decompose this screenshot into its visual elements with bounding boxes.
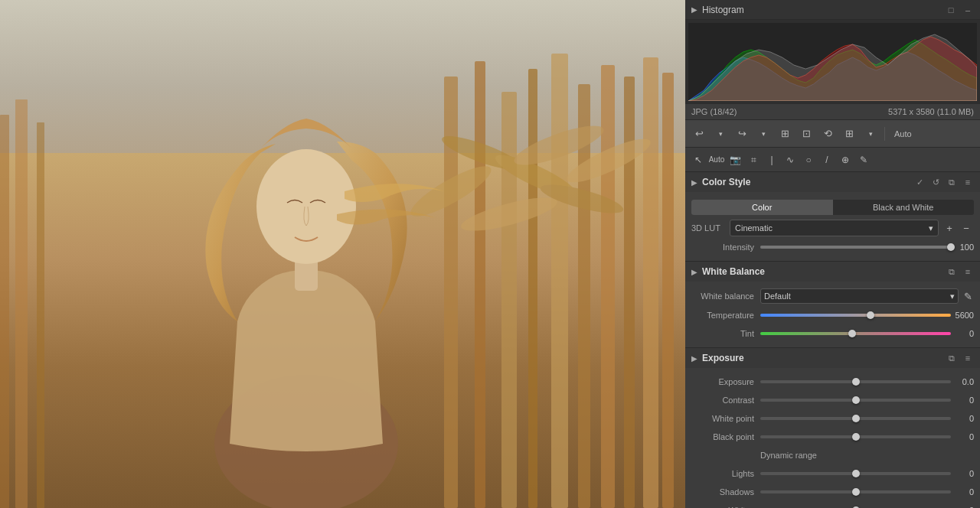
redo-button[interactable]: ↪ [733,125,751,143]
color-style-header[interactable]: ▶ Color Style ✓ ↺ ⧉ ≡ [685,172,980,192]
svg-rect-5 [528,69,537,508]
exposure-label-3: Black point [691,432,760,441]
wb-menu-icon[interactable]: ≡ [962,265,974,278]
exposure-copy-icon[interactable]: ⧉ [946,352,958,364]
dynamic-range-control: Dynamic range [760,451,974,460]
auto-button[interactable]: Auto [890,128,916,140]
histogram-icon-2[interactable]: – [962,4,974,16]
lights-thumb[interactable] [852,470,860,477]
tab-bw[interactable]: Black and White [833,200,975,215]
exposure-control-3 [760,435,951,438]
exposure-slider-2[interactable] [760,417,951,420]
tint-slider[interactable] [760,332,951,335]
exposure-header[interactable]: ▶ Exposure ⧉ ≡ [685,348,980,368]
tool-crop[interactable]: ⌗ [745,151,762,168]
grid-dropdown-btn[interactable]: ▾ [861,125,880,143]
wb-header[interactable]: ▶ White Balance ⧉ ≡ [685,262,980,282]
image-icon-btn[interactable]: ⊞ [776,125,794,143]
svg-rect-3 [475,61,485,508]
whites-row: Whites 0 [685,501,980,508]
tool-camera[interactable]: 📷 [727,151,743,168]
exposure-control-0 [760,380,951,383]
right-panel: ▶ Histogram □ – JPG [685,0,980,508]
tint-value: 0 [951,329,974,338]
histogram-icon-1[interactable]: □ [945,4,957,16]
intensity-row: Intensity 100 [685,238,980,256]
redo-dropdown[interactable]: ▾ [754,125,773,143]
tool-cursor[interactable]: ↖ [690,151,707,168]
exposure-header-icons: ⧉ ≡ [946,352,974,364]
undo-dropdown[interactable]: ▾ [711,125,730,143]
intensity-thumb[interactable] [947,243,955,251]
image-panel [0,0,685,508]
exposure-row-2: White point 0 [685,409,980,428]
wb-preset-value: Default [764,291,791,301]
shadows-control [760,490,951,493]
exposure-thumb-0[interactable] [852,378,860,386]
exposure-thumb-2[interactable] [852,415,860,422]
crop-icon-btn[interactable]: ⊡ [797,125,815,143]
file-size: 11.0 MB [939,107,971,116]
color-style-body: Color Black and White 3D LUT Cinematic ▾… [685,192,980,261]
histogram-chevron: ▶ [691,5,697,14]
tint-row: Tint 0 [685,324,980,343]
color-style-menu[interactable]: ≡ [962,176,974,188]
tool-clone[interactable]: ⊕ [837,151,854,168]
svg-rect-19 [0,115,9,508]
intensity-slider[interactable] [760,246,951,249]
lights-control [760,472,951,475]
tool-auto[interactable]: Auto [708,151,725,168]
color-style-reset[interactable]: ↺ [929,176,942,188]
lut-add-btn[interactable]: + [942,220,957,236]
color-style-copy[interactable]: ⧉ [946,176,958,188]
wb-chevron: ▶ [691,268,697,276]
wb-copy-icon[interactable]: ⧉ [946,265,958,278]
tint-thumb[interactable] [848,330,856,337]
lights-label: Lights [691,469,760,478]
exposure-slider-3[interactable] [760,435,951,438]
color-style-panel: ▶ Color Style ✓ ↺ ⧉ ≡ Color Black and Wh… [685,172,980,262]
exposure-thumb-1[interactable] [852,396,860,404]
tool-brush[interactable]: / [818,151,835,168]
panels-content[interactable]: ▶ Color Style ✓ ↺ ⧉ ≡ Color Black and Wh… [685,172,980,508]
shadows-value: 0 [951,487,974,497]
rotate-icon-btn[interactable]: ⟲ [818,125,837,143]
lut-remove-btn[interactable]: − [959,220,974,236]
temp-thumb[interactable] [867,311,874,319]
histogram-svg [688,23,977,101]
tab-color[interactable]: Color [691,200,833,215]
exposure-row-1: Contrast 0 [685,391,980,409]
histogram-section: ▶ Histogram □ – JPG [685,0,980,120]
exposure-value-0: 0.0 [951,377,974,386]
image-index-parens: (18/42) [710,107,737,116]
shadows-slider[interactable] [760,490,951,493]
lut-select[interactable]: Cinematic ▾ [730,220,939,236]
tool-heal[interactable]: ✎ [855,151,872,168]
undo-button[interactable]: ↩ [690,125,708,143]
color-style-check[interactable]: ✓ [913,176,926,188]
dynamic-range-text: Dynamic range [760,451,817,460]
white-balance-panel: ▶ White Balance ⧉ ≡ White balance Defaul… [685,262,980,348]
image-dimensions-info: 5371 x 3580 (11.0 MB) [888,107,974,116]
tool-straighten[interactable]: | [763,151,780,168]
wb-eyedropper[interactable]: ✎ [962,290,974,302]
temp-slider[interactable] [760,314,951,317]
shadows-thumb[interactable] [852,488,860,496]
exposure-thumb-3[interactable] [852,433,860,441]
exposure-row-0: Exposure 0.0 [685,373,980,391]
tool-lasso[interactable]: ∿ [782,151,799,168]
exposure-slider-0[interactable] [760,380,951,383]
histogram-info: JPG (18/42) 5371 x 3580 (11.0 MB) [685,104,980,119]
wb-preset-select[interactable]: Default ▾ [760,288,959,304]
tint-label: Tint [691,329,760,338]
exposure-menu-icon[interactable]: ≡ [962,352,974,364]
grid-icon-btn[interactable]: ⊞ [840,125,858,143]
tool-circle[interactable]: ○ [800,151,817,168]
intensity-label: Intensity [691,243,760,252]
color-style-tabs: Color Black and White [691,200,974,215]
lights-slider[interactable] [760,472,951,475]
exposure-slider-1[interactable] [760,399,951,402]
histogram-title: Histogram [702,5,945,15]
wb-preset-control: Default ▾ ✎ [760,288,974,304]
lut-actions: + − [942,220,974,236]
